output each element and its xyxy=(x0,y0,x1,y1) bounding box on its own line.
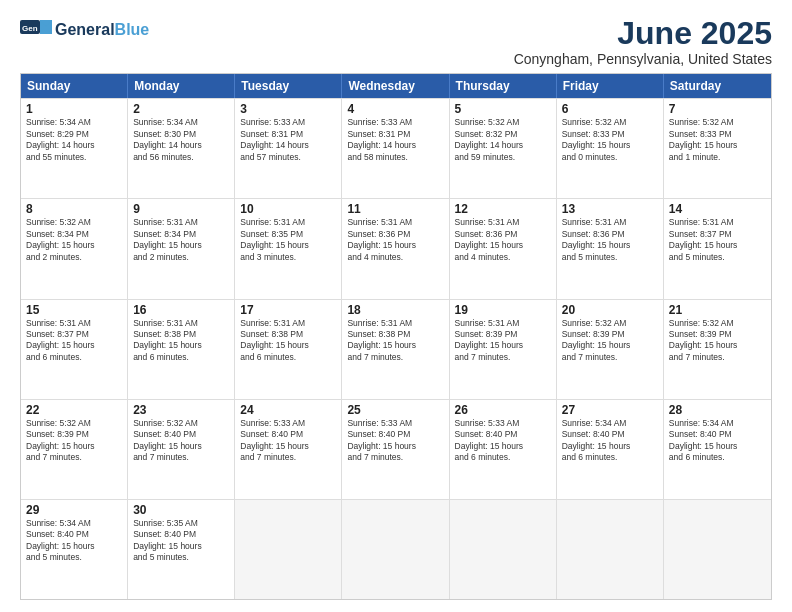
day-number: 30 xyxy=(133,503,229,517)
calendar-day-empty xyxy=(342,500,449,599)
calendar-day-6: 6Sunrise: 5:32 AM Sunset: 8:33 PM Daylig… xyxy=(557,99,664,198)
day-number: 28 xyxy=(669,403,766,417)
calendar-day-20: 20Sunrise: 5:32 AM Sunset: 8:39 PM Dayli… xyxy=(557,300,664,399)
calendar-day-27: 27Sunrise: 5:34 AM Sunset: 8:40 PM Dayli… xyxy=(557,400,664,499)
day-number: 18 xyxy=(347,303,443,317)
calendar-day-empty xyxy=(450,500,557,599)
day-number: 15 xyxy=(26,303,122,317)
day-info: Sunrise: 5:31 AM Sunset: 8:36 PM Dayligh… xyxy=(347,217,443,263)
calendar-day-22: 22Sunrise: 5:32 AM Sunset: 8:39 PM Dayli… xyxy=(21,400,128,499)
day-info: Sunrise: 5:32 AM Sunset: 8:39 PM Dayligh… xyxy=(669,318,766,364)
title-block: June 2025 Conyngham, Pennsylvania, Unite… xyxy=(514,16,772,67)
day-info: Sunrise: 5:31 AM Sunset: 8:39 PM Dayligh… xyxy=(455,318,551,364)
calendar-day-16: 16Sunrise: 5:31 AM Sunset: 8:38 PM Dayli… xyxy=(128,300,235,399)
day-number: 22 xyxy=(26,403,122,417)
calendar-week-3: 15Sunrise: 5:31 AM Sunset: 8:37 PM Dayli… xyxy=(21,299,771,399)
calendar-day-12: 12Sunrise: 5:31 AM Sunset: 8:36 PM Dayli… xyxy=(450,199,557,298)
calendar-week-5: 29Sunrise: 5:34 AM Sunset: 8:40 PM Dayli… xyxy=(21,499,771,599)
day-number: 10 xyxy=(240,202,336,216)
calendar-day-26: 26Sunrise: 5:33 AM Sunset: 8:40 PM Dayli… xyxy=(450,400,557,499)
day-number: 6 xyxy=(562,102,658,116)
logo: Gen GeneralBlue xyxy=(20,16,149,44)
day-number: 19 xyxy=(455,303,551,317)
calendar-day-19: 19Sunrise: 5:31 AM Sunset: 8:39 PM Dayli… xyxy=(450,300,557,399)
day-info: Sunrise: 5:33 AM Sunset: 8:40 PM Dayligh… xyxy=(455,418,551,464)
calendar-day-17: 17Sunrise: 5:31 AM Sunset: 8:38 PM Dayli… xyxy=(235,300,342,399)
day-number: 4 xyxy=(347,102,443,116)
calendar-title: June 2025 xyxy=(514,16,772,51)
day-number: 24 xyxy=(240,403,336,417)
svg-text:Gen: Gen xyxy=(22,24,38,33)
day-header-wednesday: Wednesday xyxy=(342,74,449,98)
day-info: Sunrise: 5:31 AM Sunset: 8:38 PM Dayligh… xyxy=(133,318,229,364)
calendar-day-15: 15Sunrise: 5:31 AM Sunset: 8:37 PM Dayli… xyxy=(21,300,128,399)
calendar-day-8: 8Sunrise: 5:32 AM Sunset: 8:34 PM Daylig… xyxy=(21,199,128,298)
day-info: Sunrise: 5:31 AM Sunset: 8:38 PM Dayligh… xyxy=(240,318,336,364)
calendar-day-10: 10Sunrise: 5:31 AM Sunset: 8:35 PM Dayli… xyxy=(235,199,342,298)
day-number: 20 xyxy=(562,303,658,317)
day-header-friday: Friday xyxy=(557,74,664,98)
day-info: Sunrise: 5:32 AM Sunset: 8:39 PM Dayligh… xyxy=(562,318,658,364)
day-number: 8 xyxy=(26,202,122,216)
day-header-saturday: Saturday xyxy=(664,74,771,98)
header: Gen GeneralBlue June 2025 Conyngham, Pen… xyxy=(20,16,772,67)
day-number: 25 xyxy=(347,403,443,417)
day-info: Sunrise: 5:31 AM Sunset: 8:37 PM Dayligh… xyxy=(669,217,766,263)
calendar-day-2: 2Sunrise: 5:34 AM Sunset: 8:30 PM Daylig… xyxy=(128,99,235,198)
day-header-thursday: Thursday xyxy=(450,74,557,98)
day-number: 1 xyxy=(26,102,122,116)
calendar-day-14: 14Sunrise: 5:31 AM Sunset: 8:37 PM Dayli… xyxy=(664,199,771,298)
day-info: Sunrise: 5:34 AM Sunset: 8:29 PM Dayligh… xyxy=(26,117,122,163)
day-info: Sunrise: 5:33 AM Sunset: 8:31 PM Dayligh… xyxy=(240,117,336,163)
day-number: 23 xyxy=(133,403,229,417)
calendar-day-7: 7Sunrise: 5:32 AM Sunset: 8:33 PM Daylig… xyxy=(664,99,771,198)
day-info: Sunrise: 5:32 AM Sunset: 8:33 PM Dayligh… xyxy=(562,117,658,163)
calendar-day-empty xyxy=(664,500,771,599)
calendar-body: 1Sunrise: 5:34 AM Sunset: 8:29 PM Daylig… xyxy=(21,98,771,599)
calendar-day-5: 5Sunrise: 5:32 AM Sunset: 8:32 PM Daylig… xyxy=(450,99,557,198)
day-info: Sunrise: 5:31 AM Sunset: 8:37 PM Dayligh… xyxy=(26,318,122,364)
day-info: Sunrise: 5:34 AM Sunset: 8:30 PM Dayligh… xyxy=(133,117,229,163)
day-number: 21 xyxy=(669,303,766,317)
day-number: 16 xyxy=(133,303,229,317)
logo-text: GeneralBlue xyxy=(55,21,149,39)
calendar-day-21: 21Sunrise: 5:32 AM Sunset: 8:39 PM Dayli… xyxy=(664,300,771,399)
calendar-grid: SundayMondayTuesdayWednesdayThursdayFrid… xyxy=(20,73,772,600)
calendar-day-empty xyxy=(235,500,342,599)
calendar-day-30: 30Sunrise: 5:35 AM Sunset: 8:40 PM Dayli… xyxy=(128,500,235,599)
calendar-week-1: 1Sunrise: 5:34 AM Sunset: 8:29 PM Daylig… xyxy=(21,98,771,198)
day-number: 14 xyxy=(669,202,766,216)
day-number: 13 xyxy=(562,202,658,216)
calendar-day-9: 9Sunrise: 5:31 AM Sunset: 8:34 PM Daylig… xyxy=(128,199,235,298)
day-info: Sunrise: 5:32 AM Sunset: 8:39 PM Dayligh… xyxy=(26,418,122,464)
day-info: Sunrise: 5:34 AM Sunset: 8:40 PM Dayligh… xyxy=(562,418,658,464)
calendar-day-3: 3Sunrise: 5:33 AM Sunset: 8:31 PM Daylig… xyxy=(235,99,342,198)
day-header-tuesday: Tuesday xyxy=(235,74,342,98)
day-number: 7 xyxy=(669,102,766,116)
day-info: Sunrise: 5:32 AM Sunset: 8:33 PM Dayligh… xyxy=(669,117,766,163)
day-header-sunday: Sunday xyxy=(21,74,128,98)
day-info: Sunrise: 5:33 AM Sunset: 8:40 PM Dayligh… xyxy=(240,418,336,464)
calendar-day-18: 18Sunrise: 5:31 AM Sunset: 8:38 PM Dayli… xyxy=(342,300,449,399)
day-info: Sunrise: 5:34 AM Sunset: 8:40 PM Dayligh… xyxy=(669,418,766,464)
calendar-week-2: 8Sunrise: 5:32 AM Sunset: 8:34 PM Daylig… xyxy=(21,198,771,298)
calendar-day-29: 29Sunrise: 5:34 AM Sunset: 8:40 PM Dayli… xyxy=(21,500,128,599)
day-info: Sunrise: 5:31 AM Sunset: 8:34 PM Dayligh… xyxy=(133,217,229,263)
logo-icon: Gen xyxy=(20,16,52,44)
day-info: Sunrise: 5:33 AM Sunset: 8:31 PM Dayligh… xyxy=(347,117,443,163)
day-info: Sunrise: 5:34 AM Sunset: 8:40 PM Dayligh… xyxy=(26,518,122,564)
calendar-page: Gen GeneralBlue June 2025 Conyngham, Pen… xyxy=(0,0,792,612)
day-info: Sunrise: 5:31 AM Sunset: 8:36 PM Dayligh… xyxy=(455,217,551,263)
day-number: 17 xyxy=(240,303,336,317)
day-info: Sunrise: 5:31 AM Sunset: 8:36 PM Dayligh… xyxy=(562,217,658,263)
day-number: 27 xyxy=(562,403,658,417)
day-info: Sunrise: 5:35 AM Sunset: 8:40 PM Dayligh… xyxy=(133,518,229,564)
calendar-day-25: 25Sunrise: 5:33 AM Sunset: 8:40 PM Dayli… xyxy=(342,400,449,499)
calendar-day-empty xyxy=(557,500,664,599)
day-number: 26 xyxy=(455,403,551,417)
calendar-header-row: SundayMondayTuesdayWednesdayThursdayFrid… xyxy=(21,74,771,98)
day-number: 2 xyxy=(133,102,229,116)
calendar-day-23: 23Sunrise: 5:32 AM Sunset: 8:40 PM Dayli… xyxy=(128,400,235,499)
day-header-monday: Monday xyxy=(128,74,235,98)
calendar-subtitle: Conyngham, Pennsylvania, United States xyxy=(514,51,772,67)
